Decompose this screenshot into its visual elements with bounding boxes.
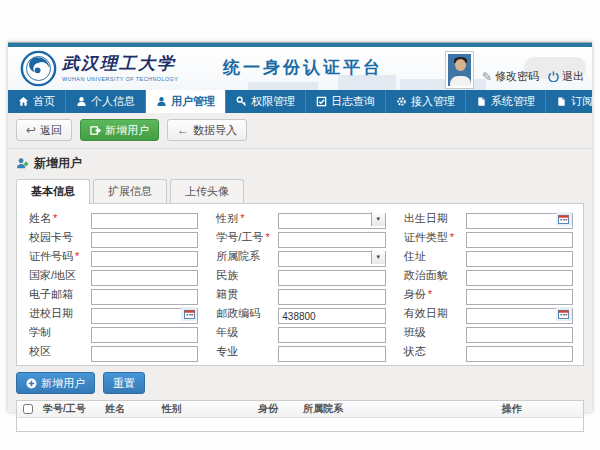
field-input-wrap [466,211,573,227]
field-input[interactable] [91,270,198,286]
field-input[interactable] [91,289,198,305]
change-password-link[interactable]: ✎ 修改密码 [482,69,539,84]
import-arrow-icon: ← [177,123,189,137]
field-input[interactable] [466,251,573,267]
field-input[interactable] [278,213,385,229]
calendar-icon[interactable] [181,307,197,321]
field-input[interactable] [91,213,198,229]
plus-circle-icon [26,378,37,389]
select-all-checkbox[interactable] [23,404,33,414]
field-label: 证件类型* [404,230,466,245]
field-input[interactable] [278,251,385,267]
tab-0[interactable]: 基本信息 [16,179,90,204]
required-asterisk: * [428,288,432,300]
field-input-wrap [466,325,573,341]
field-input[interactable] [278,270,385,286]
field-label: 性别* [216,211,278,226]
tab-2[interactable]: 上传头像 [170,179,244,203]
field-input[interactable] [278,232,385,248]
field-input[interactable] [91,327,198,343]
university-title-block: 武汉理工大学 WUHAN UNIVERSITY OF TECHNOLOGY [62,52,178,82]
nav-item-3[interactable]: 权限管理 [226,90,306,113]
app-window: 武汉理工大学 WUHAN UNIVERSITY OF TECHNOLOGY 统一… [8,42,592,412]
new-user-icon [16,157,29,170]
tab-label: 上传头像 [185,185,229,197]
chevron-down-icon[interactable]: ▼ [371,250,385,264]
table-column-header: 身份 [254,402,299,416]
field-input-wrap [278,230,385,246]
back-button[interactable]: ↩ 返回 [16,119,72,141]
field-label: 有效日期 [404,306,466,321]
table-column-header: 姓名 [101,402,158,416]
reset-button[interactable]: 重置 [103,372,145,394]
form-field: 专业 [206,342,393,361]
field-input[interactable] [91,251,198,267]
user-table: 学号/工号姓名性别身份所属院系操作 [16,400,584,432]
form-field: 民族 [206,266,393,285]
user-icon [76,96,87,107]
required-asterisk: * [265,231,269,243]
form-row: 姓名*性别*▼出生日期 [19,209,581,228]
section-title: 新增用户 [8,149,592,175]
add-user-toolbar-button[interactable]: 新增用户 [80,119,159,141]
university-name: 武汉理工大学 [62,52,178,75]
select-all-cell [17,404,39,414]
field-label: 校区 [29,344,91,359]
gear-icon [396,96,407,107]
field-input[interactable] [466,289,573,305]
form-actions: 新增用户 重置 [8,366,592,400]
field-input-wrap [91,249,198,265]
field-label: 进校日期 [29,306,91,321]
nav-item-4[interactable]: 日志查询 [306,90,386,113]
field-input-wrap [91,344,198,360]
tab-1[interactable]: 扩展信息 [93,179,167,203]
calendar-icon[interactable] [556,307,572,321]
form-field: 进校日期 [19,304,206,323]
form-row: 校区专业状态 [19,342,581,361]
form-field: 学号/工号* [206,228,393,247]
field-label: 校园卡号 [29,230,91,245]
field-input[interactable] [278,346,385,362]
data-import-button[interactable]: ← 数据导入 [167,119,247,141]
form-field: 有效日期 [394,304,581,323]
field-input[interactable] [466,232,573,248]
nav-item-label: 订阅管理 [571,94,600,109]
field-input[interactable] [91,346,198,362]
nav-item-0[interactable]: 首页 [8,90,66,113]
field-input[interactable] [466,270,573,286]
form-field: 班级 [394,323,581,342]
field-input[interactable] [466,346,573,362]
field-label: 身份* [404,287,466,302]
required-asterisk: * [53,212,57,224]
logout-link[interactable]: 退出 [548,69,584,84]
field-label: 班级 [404,325,466,340]
user-area: ✎ 修改密码 退出 [446,47,584,90]
field-input[interactable] [91,232,198,248]
nav-item-5[interactable]: 接入管理 [386,90,466,113]
toolbar: ↩ 返回 新增用户 ← 数据导入 [8,113,592,148]
nav-item-7[interactable]: 订阅管理 [546,90,600,113]
nav-item-label: 权限管理 [251,94,295,109]
field-input[interactable] [278,289,385,305]
form-field: 状态 [394,342,581,361]
user-avatar [446,52,473,88]
data-import-label: 数据导入 [193,123,237,138]
field-input[interactable] [278,327,385,343]
field-input[interactable] [278,308,385,324]
nav-item-6[interactable]: 系统管理 [466,90,546,113]
nav-item-1[interactable]: 个人信息 [66,90,146,113]
calendar-icon[interactable] [556,212,572,226]
table-column-header: 学号/工号 [39,402,101,416]
field-label: 住址 [404,249,466,264]
submit-add-user-button[interactable]: 新增用户 [16,372,95,394]
field-input[interactable] [466,327,573,343]
table-column-header: 性别 [158,402,254,416]
chevron-down-icon[interactable]: ▼ [371,212,385,226]
field-input-wrap [278,344,385,360]
form-row: 进校日期 邮政编码有效日期 [19,304,581,323]
field-input-wrap [466,230,573,246]
add-user-toolbar-label: 新增用户 [105,123,149,138]
nav-item-2[interactable]: 用户管理 [146,90,226,113]
doc-icon [556,96,567,107]
form-field: 姓名* [19,209,206,228]
